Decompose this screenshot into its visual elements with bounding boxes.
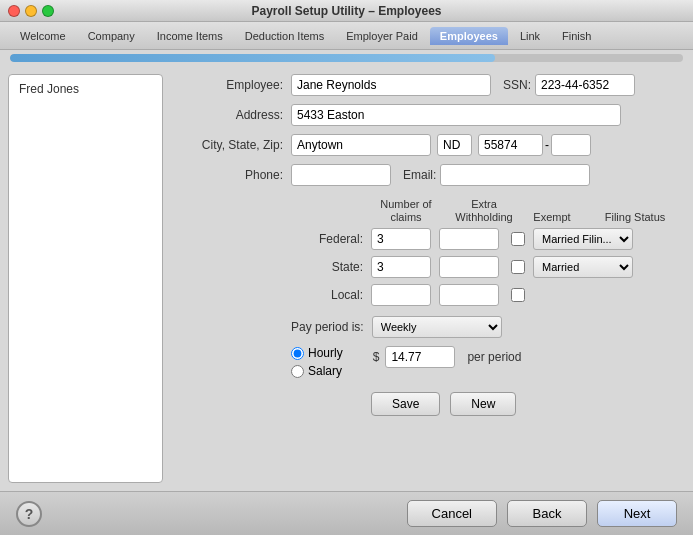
address-input[interactable]: [291, 104, 621, 126]
save-button[interactable]: Save: [371, 392, 440, 416]
dollar-sign: $: [373, 350, 380, 364]
local-row: Local:: [291, 284, 685, 306]
city-input[interactable]: [291, 134, 431, 156]
per-period-label: per period: [467, 350, 521, 364]
tab-finish[interactable]: Finish: [552, 27, 601, 45]
zip-dash: -: [545, 138, 549, 152]
phone-label: Phone:: [171, 168, 291, 182]
zip2-input[interactable]: [551, 134, 591, 156]
help-button[interactable]: ?: [16, 501, 42, 527]
ssn-input[interactable]: [535, 74, 635, 96]
state-claims-input[interactable]: [371, 256, 431, 278]
employee-row: Employee: SSN:: [171, 74, 685, 96]
salary-radio-row: Salary: [291, 364, 343, 378]
window-title: Payroll Setup Utility – Employees: [251, 4, 441, 18]
state-extra-input[interactable]: [439, 256, 499, 278]
claims-col-header: Number of claims: [371, 198, 441, 224]
local-extra-input[interactable]: [439, 284, 499, 306]
email-input[interactable]: [440, 164, 590, 186]
close-icon[interactable]: [8, 5, 20, 17]
state-claims-row: State: Married Single Married Filing Joi…: [291, 256, 685, 278]
action-buttons: Save New: [371, 392, 685, 416]
bottom-right: Cancel Back Next: [407, 500, 677, 527]
amount-input[interactable]: [385, 346, 455, 368]
federal-exempt-checkbox[interactable]: [511, 232, 525, 246]
federal-label: Federal:: [291, 232, 371, 246]
main-content: Fred Jones Employee: SSN: Address: City,…: [0, 66, 693, 491]
nav-bar: Welcome Company Income Items Deduction I…: [0, 22, 693, 50]
federal-claims-input[interactable]: [371, 228, 431, 250]
tab-employer-paid[interactable]: Employer Paid: [336, 27, 428, 45]
claims-header: Number of claims Extra Withholding Exemp…: [291, 198, 685, 224]
tab-link[interactable]: Link: [510, 27, 550, 45]
form-area: Employee: SSN: Address: City, State, Zip…: [171, 74, 685, 483]
pay-type-radio-group: Hourly Salary: [291, 346, 343, 378]
progress-bar-container: [10, 54, 683, 62]
exempt-col-header: Exempt: [527, 211, 577, 224]
salary-radio[interactable]: [291, 365, 304, 378]
filing-col-header: Filing Status: [585, 211, 685, 224]
tab-income-items[interactable]: Income Items: [147, 27, 233, 45]
pay-section: Pay period is: Weekly Bi-Weekly Semi-Mon…: [291, 316, 685, 378]
bottom-left: ?: [16, 501, 42, 527]
state-filing-select[interactable]: Married Single Married Filing Jointly: [533, 256, 633, 278]
city-state-zip-row: City, State, Zip: -: [171, 134, 685, 156]
city-state-zip-label: City, State, Zip:: [171, 138, 291, 152]
federal-row: Federal: Married Filin... Single Married: [291, 228, 685, 250]
local-exempt-checkbox[interactable]: [511, 288, 525, 302]
employee-label: Employee:: [171, 78, 291, 92]
email-label: Email:: [403, 168, 436, 182]
employee-input[interactable]: [291, 74, 491, 96]
pay-period-label: Pay period is:: [291, 320, 364, 334]
sidebar-item-fred-jones[interactable]: Fred Jones: [13, 79, 158, 99]
hourly-radio[interactable]: [291, 347, 304, 360]
minimize-icon[interactable]: [25, 5, 37, 17]
titlebar: Payroll Setup Utility – Employees: [0, 0, 693, 22]
tab-company[interactable]: Company: [78, 27, 145, 45]
maximize-icon[interactable]: [42, 5, 54, 17]
window-controls: [8, 5, 54, 17]
sidebar: Fred Jones: [8, 74, 163, 483]
next-button[interactable]: Next: [597, 500, 677, 527]
tab-deduction-items[interactable]: Deduction Items: [235, 27, 334, 45]
cancel-button[interactable]: Cancel: [407, 500, 497, 527]
tab-welcome[interactable]: Welcome: [10, 27, 76, 45]
hourly-label: Hourly: [308, 346, 343, 360]
federal-extra-input[interactable]: [439, 228, 499, 250]
state-input[interactable]: [437, 134, 472, 156]
local-label: Local:: [291, 288, 371, 302]
address-label: Address:: [171, 108, 291, 122]
extra-col-header: Extra Withholding: [449, 198, 519, 224]
address-row: Address:: [171, 104, 685, 126]
hourly-radio-row: Hourly: [291, 346, 343, 360]
progress-bar-fill: [10, 54, 495, 62]
new-button[interactable]: New: [450, 392, 516, 416]
salary-label: Salary: [308, 364, 342, 378]
claims-section: Number of claims Extra Withholding Exemp…: [291, 198, 685, 306]
local-claims-input[interactable]: [371, 284, 431, 306]
pay-period-select[interactable]: Weekly Bi-Weekly Semi-Monthly Monthly: [372, 316, 502, 338]
ssn-label: SSN:: [503, 78, 531, 92]
zip-input[interactable]: [478, 134, 543, 156]
federal-filing-select[interactable]: Married Filin... Single Married: [533, 228, 633, 250]
phone-input[interactable]: [291, 164, 391, 186]
state-claims-label: State:: [291, 260, 371, 274]
phone-email-row: Phone: Email:: [171, 164, 685, 186]
bottom-bar: ? Cancel Back Next: [0, 491, 693, 535]
pay-period-row: Pay period is: Weekly Bi-Weekly Semi-Mon…: [291, 316, 685, 338]
tab-employees[interactable]: Employees: [430, 27, 508, 45]
state-exempt-checkbox[interactable]: [511, 260, 525, 274]
back-button[interactable]: Back: [507, 500, 587, 527]
